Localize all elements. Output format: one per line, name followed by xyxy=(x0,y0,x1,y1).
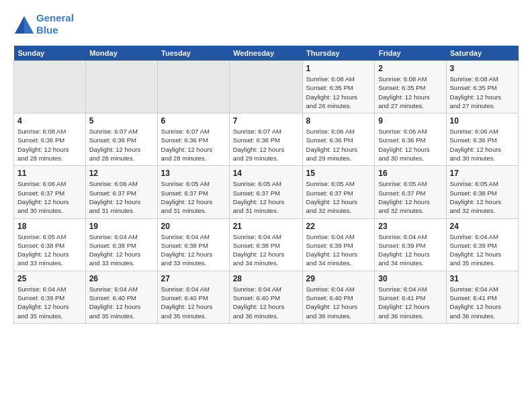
calendar-cell: 21Sunrise: 6:04 AMSunset: 6:38 PMDayligh… xyxy=(229,218,302,271)
day-info: Sunrise: 6:06 AMSunset: 6:37 PMDaylight:… xyxy=(17,179,82,215)
day-info: Sunrise: 6:08 AMSunset: 6:35 PMDaylight:… xyxy=(450,75,515,110)
day-info: Sunrise: 6:05 AMSunset: 6:37 PMDaylight:… xyxy=(306,179,371,215)
calendar-cell: 2Sunrise: 6:08 AMSunset: 6:35 PMDaylight… xyxy=(375,61,446,113)
day-info: Sunrise: 6:05 AMSunset: 6:38 PMDaylight:… xyxy=(17,232,82,268)
day-number: 29 xyxy=(306,274,371,283)
calendar-cell: 6Sunrise: 6:07 AMSunset: 6:36 PMDaylight… xyxy=(157,113,229,166)
calendar-cell: 1Sunrise: 6:08 AMSunset: 6:35 PMDaylight… xyxy=(302,61,375,113)
day-info: Sunrise: 6:04 AMSunset: 6:38 PMDaylight:… xyxy=(89,232,154,268)
day-number: 28 xyxy=(233,274,299,283)
svg-marker-1 xyxy=(24,16,34,34)
week-row-2: 4Sunrise: 6:08 AMSunset: 6:36 PMDaylight… xyxy=(14,113,519,166)
calendar-cell: 22Sunrise: 6:04 AMSunset: 6:39 PMDayligh… xyxy=(302,218,375,271)
day-info: Sunrise: 6:06 AMSunset: 6:36 PMDaylight:… xyxy=(378,127,442,163)
calendar-cell: 25Sunrise: 6:04 AMSunset: 6:39 PMDayligh… xyxy=(14,271,86,323)
day-info: Sunrise: 6:04 AMSunset: 6:38 PMDaylight:… xyxy=(161,232,226,268)
calendar-cell: 19Sunrise: 6:04 AMSunset: 6:38 PMDayligh… xyxy=(85,218,157,271)
day-number: 27 xyxy=(161,274,226,283)
day-info: Sunrise: 6:04 AMSunset: 6:40 PMDaylight:… xyxy=(161,285,226,320)
logo: General Blue xyxy=(13,12,74,36)
calendar-cell xyxy=(85,61,157,113)
day-info: Sunrise: 6:04 AMSunset: 6:39 PMDaylight:… xyxy=(17,285,82,320)
day-header-tuesday: Tuesday xyxy=(157,46,229,61)
day-header-thursday: Thursday xyxy=(302,46,375,61)
day-info: Sunrise: 6:05 AMSunset: 6:38 PMDaylight:… xyxy=(450,179,515,215)
day-number: 12 xyxy=(89,169,154,178)
day-number: 9 xyxy=(378,116,442,126)
calendar-cell xyxy=(229,61,302,113)
day-number: 4 xyxy=(17,116,82,126)
logo-text: General Blue xyxy=(36,12,74,36)
calendar-cell: 12Sunrise: 6:06 AMSunset: 6:37 PMDayligh… xyxy=(85,166,157,218)
calendar-cell: 5Sunrise: 6:07 AMSunset: 6:36 PMDaylight… xyxy=(85,113,157,166)
logo-line2: Blue xyxy=(36,24,58,36)
week-row-5: 25Sunrise: 6:04 AMSunset: 6:39 PMDayligh… xyxy=(14,271,519,323)
calendar-cell: 13Sunrise: 6:05 AMSunset: 6:37 PMDayligh… xyxy=(157,166,229,218)
calendar-cell: 7Sunrise: 6:07 AMSunset: 6:36 PMDaylight… xyxy=(229,113,302,166)
day-header-monday: Monday xyxy=(85,46,157,61)
calendar-cell xyxy=(157,61,229,113)
calendar-cell: 16Sunrise: 6:05 AMSunset: 6:37 PMDayligh… xyxy=(375,166,446,218)
calendar-cell: 8Sunrise: 6:06 AMSunset: 6:36 PMDaylight… xyxy=(302,113,375,166)
calendar-cell: 14Sunrise: 6:05 AMSunset: 6:37 PMDayligh… xyxy=(229,166,302,218)
calendar-cell xyxy=(14,61,86,113)
week-row-4: 18Sunrise: 6:05 AMSunset: 6:38 PMDayligh… xyxy=(14,218,519,271)
day-info: Sunrise: 6:07 AMSunset: 6:36 PMDaylight:… xyxy=(161,127,226,163)
calendar-cell: 11Sunrise: 6:06 AMSunset: 6:37 PMDayligh… xyxy=(14,166,86,218)
day-number: 7 xyxy=(233,116,299,126)
day-info: Sunrise: 6:08 AMSunset: 6:35 PMDaylight:… xyxy=(378,75,442,110)
calendar-cell: 10Sunrise: 6:06 AMSunset: 6:36 PMDayligh… xyxy=(446,113,518,166)
calendar-cell: 3Sunrise: 6:08 AMSunset: 6:35 PMDaylight… xyxy=(446,61,518,113)
day-info: Sunrise: 6:05 AMSunset: 6:37 PMDaylight:… xyxy=(233,179,299,215)
day-info: Sunrise: 6:04 AMSunset: 6:38 PMDaylight:… xyxy=(233,232,299,268)
day-info: Sunrise: 6:08 AMSunset: 6:36 PMDaylight:… xyxy=(17,127,82,163)
day-number: 19 xyxy=(89,222,154,231)
calendar-body: 1Sunrise: 6:08 AMSunset: 6:35 PMDaylight… xyxy=(14,61,519,324)
day-info: Sunrise: 6:04 AMSunset: 6:41 PMDaylight:… xyxy=(450,285,515,320)
day-number: 3 xyxy=(450,64,515,73)
day-header-friday: Friday xyxy=(375,46,446,61)
day-info: Sunrise: 6:04 AMSunset: 6:39 PMDaylight:… xyxy=(378,232,442,268)
day-number: 30 xyxy=(378,274,442,283)
calendar-cell: 4Sunrise: 6:08 AMSunset: 6:36 PMDaylight… xyxy=(14,113,86,166)
day-info: Sunrise: 6:05 AMSunset: 6:37 PMDaylight:… xyxy=(378,179,442,215)
day-number: 21 xyxy=(233,222,299,231)
calendar-cell: 30Sunrise: 6:04 AMSunset: 6:41 PMDayligh… xyxy=(375,271,446,323)
calendar-cell: 29Sunrise: 6:04 AMSunset: 6:40 PMDayligh… xyxy=(302,271,375,323)
logo-line1: General xyxy=(36,12,74,24)
day-number: 2 xyxy=(378,64,442,73)
day-info: Sunrise: 6:07 AMSunset: 6:36 PMDaylight:… xyxy=(233,127,299,163)
day-info: Sunrise: 6:04 AMSunset: 6:39 PMDaylight:… xyxy=(306,232,371,268)
day-number: 13 xyxy=(161,169,226,178)
calendar-cell: 17Sunrise: 6:05 AMSunset: 6:38 PMDayligh… xyxy=(446,166,518,218)
day-number: 31 xyxy=(450,274,515,283)
calendar-cell: 27Sunrise: 6:04 AMSunset: 6:40 PMDayligh… xyxy=(157,271,229,323)
day-number: 11 xyxy=(17,169,82,178)
calendar-cell: 24Sunrise: 6:04 AMSunset: 6:39 PMDayligh… xyxy=(446,218,518,271)
day-info: Sunrise: 6:05 AMSunset: 6:37 PMDaylight:… xyxy=(161,179,226,215)
day-number: 22 xyxy=(306,222,371,231)
logo-icon xyxy=(13,15,34,34)
calendar-header-row: SundayMondayTuesdayWednesdayThursdayFrid… xyxy=(14,46,519,61)
calendar-cell: 20Sunrise: 6:04 AMSunset: 6:38 PMDayligh… xyxy=(157,218,229,271)
calendar-page: General Blue SundayMondayTuesdayWednesda… xyxy=(0,0,532,336)
day-number: 8 xyxy=(306,116,371,126)
day-number: 14 xyxy=(233,169,299,178)
day-info: Sunrise: 6:04 AMSunset: 6:40 PMDaylight:… xyxy=(306,285,371,320)
day-info: Sunrise: 6:08 AMSunset: 6:35 PMDaylight:… xyxy=(306,75,371,110)
calendar-cell: 15Sunrise: 6:05 AMSunset: 6:37 PMDayligh… xyxy=(302,166,375,218)
calendar-cell: 31Sunrise: 6:04 AMSunset: 6:41 PMDayligh… xyxy=(446,271,518,323)
day-info: Sunrise: 6:04 AMSunset: 6:40 PMDaylight:… xyxy=(89,285,154,320)
header: General Blue xyxy=(13,12,519,36)
day-number: 23 xyxy=(378,222,442,231)
day-info: Sunrise: 6:06 AMSunset: 6:36 PMDaylight:… xyxy=(306,127,371,163)
day-header-wednesday: Wednesday xyxy=(229,46,302,61)
day-info: Sunrise: 6:04 AMSunset: 6:40 PMDaylight:… xyxy=(233,285,299,320)
day-number: 26 xyxy=(89,274,154,283)
day-number: 15 xyxy=(306,169,371,178)
calendar-table: SundayMondayTuesdayWednesdayThursdayFrid… xyxy=(13,46,519,324)
day-number: 17 xyxy=(450,169,515,178)
week-row-3: 11Sunrise: 6:06 AMSunset: 6:37 PMDayligh… xyxy=(14,166,519,218)
day-number: 24 xyxy=(450,222,515,231)
day-number: 6 xyxy=(161,116,226,126)
